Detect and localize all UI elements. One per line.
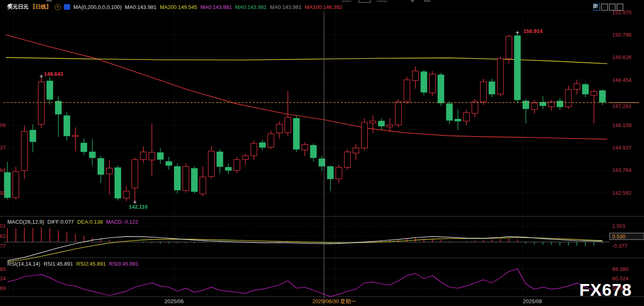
svg-text:69.380: 69.380 — [0, 266, 6, 272]
svg-text:1.501: 1.501 — [0, 223, 6, 229]
diff-line — [7, 237, 602, 261]
add-indicator-icon[interactable]: + — [55, 4, 61, 10]
zoom-y-axis-icon[interactable] — [601, 4, 608, 11]
rsi-legend-item: RSI1:45.891 — [44, 261, 73, 267]
rsi-panel — [7, 269, 602, 297]
macd-legend-item: MACD:-0.122 — [106, 219, 138, 225]
svg-text:142.592: 142.592 — [612, 190, 631, 196]
period-tag: 【日线】 — [30, 3, 51, 11]
svg-text:144.937: 144.937 — [0, 145, 6, 151]
svg-text:142.110: 142.110 — [129, 204, 148, 210]
chart-type-icon[interactable] — [64, 4, 70, 10]
go-to-latest-icon[interactable] — [617, 4, 623, 11]
svg-text:150.798: 150.798 — [612, 32, 631, 38]
macd-legend-item: DEA:0.138 — [77, 219, 103, 225]
ma-legend-item: MA100:146.392 — [305, 4, 342, 10]
svg-text:143.764: 143.764 — [0, 167, 6, 173]
ma-legend-item: MA0:143.981 — [125, 4, 157, 10]
gridlines — [0, 11, 644, 297]
svg-text:147.281: 147.281 — [612, 103, 631, 109]
svg-text:0.562: 0.562 — [0, 233, 6, 239]
rsi-legend: RSI(14,14,14) RSI1:45.891 RSI2:45.891 RS… — [7, 261, 139, 267]
clipped-toolbar-fragment — [359, 0, 371, 3]
rsi-legend-item: RSI3:45.891 — [109, 261, 139, 267]
macd-legend-item: DIFF:0.077 — [47, 219, 74, 225]
chart-tools — [593, 4, 623, 11]
svg-text:149.626: 149.626 — [612, 54, 631, 60]
svg-text:150.914: 150.914 — [523, 28, 543, 34]
svg-text:2025/06: 2025/06 — [165, 298, 184, 304]
macd-legend: MACD(26,12,9) DIFF:0.077 DEA:0.138 MACD:… — [7, 219, 138, 225]
ma-settings-label: MA(0,200,0,0,0,100) — [73, 4, 122, 10]
svg-text:-0.377: -0.377 — [612, 243, 627, 249]
clipped-toolbar-fragment — [377, 1, 387, 2]
rsi-line — [7, 269, 602, 297]
rsi-title: RSI(14,14,14) — [7, 261, 40, 267]
svg-text:69.380: 69.380 — [612, 266, 629, 272]
main-chart-legend: 美元日元 【日线】 + MA(0,200,0,0,0,100) MA0:143.… — [7, 3, 342, 11]
zoom-x-axis-icon[interactable] — [609, 4, 615, 11]
clipped-toolbar-fragment — [46, 0, 52, 2]
svg-text:143.764: 143.764 — [612, 167, 631, 173]
ma-legend-item: MA0:143.981 — [235, 4, 267, 10]
svg-text:148.643: 148.643 — [44, 71, 63, 77]
crosshair-date-label: 2025/06/30 星期一 — [312, 298, 356, 304]
rsi-legend-item: RSI2:45.891 — [76, 261, 106, 267]
macd-panel — [3, 227, 610, 262]
ma-legend-item: MA0:143.981 — [270, 4, 301, 10]
svg-text:146.109: 146.109 — [0, 122, 6, 128]
svg-text:50.669: 50.669 — [0, 285, 6, 291]
candlestick-panel — [4, 33, 608, 202]
svg-text:144.937: 144.937 — [612, 145, 631, 151]
chart-canvas[interactable]: 151.970150.798149.626148.454147.281146.1… — [0, 0, 644, 306]
clipped-toolbar-fragment — [424, 0, 430, 2]
clipped-toolbar-fragment — [342, 1, 351, 2]
macd-title: MACD(26,12,9) — [7, 219, 44, 225]
svg-text:146.109: 146.109 — [612, 122, 631, 128]
svg-text:-0.377: -0.377 — [0, 243, 6, 249]
svg-text:142.592: 142.592 — [0, 190, 6, 196]
svg-text:60.024: 60.024 — [0, 275, 6, 282]
svg-text:2025/08: 2025/08 — [523, 298, 542, 304]
svg-text:1.501: 1.501 — [612, 223, 626, 229]
fx678-watermark: FX678 — [579, 280, 632, 300]
ma-legend-item: MA0:143.981 — [201, 4, 232, 10]
svg-text:0.530: 0.530 — [612, 233, 626, 240]
ma-legend-item: MA200:149.545 — [160, 4, 197, 10]
svg-text:148.454: 148.454 — [612, 77, 631, 83]
trading-chart-app: 151.970150.798149.626148.454147.281146.1… — [0, 0, 644, 306]
